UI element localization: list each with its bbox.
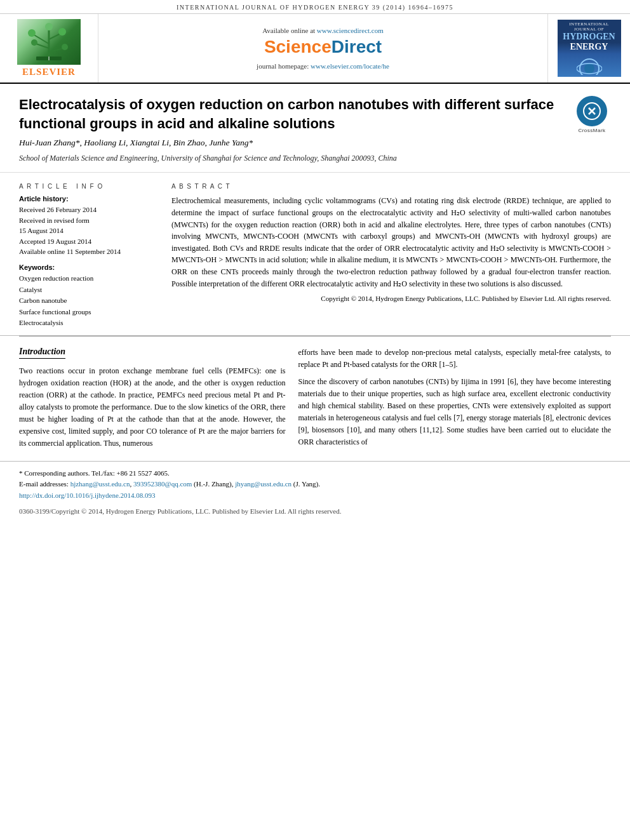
keywords-label: Keywords: bbox=[19, 263, 159, 271]
keyword-1: Oxygen reduction reaction bbox=[19, 273, 159, 284]
email-link-3[interactable]: jhyang@usst.edu.cn bbox=[235, 480, 292, 488]
sciencedirect-url[interactable]: www.sciencedirect.com bbox=[317, 27, 384, 34]
journal-cover-section: International Journal of HYDROGEN ENERGY bbox=[547, 14, 630, 83]
journal-header-text: International Journal of Hydrogen Energy… bbox=[177, 4, 453, 11]
email-link-2[interactable]: 393952380@qq.com bbox=[133, 480, 192, 488]
abstract-label: A B S T R A C T bbox=[171, 183, 611, 190]
keyword-4: Surface functional groups bbox=[19, 307, 159, 318]
received-date: Received 26 February 2014 bbox=[19, 204, 159, 215]
doi-url[interactable]: http://dx.doi.org/10.1016/j.ijhydene.201… bbox=[19, 491, 156, 499]
body-content: Introduction Two reactions occur in prot… bbox=[0, 337, 630, 461]
copyright-text: Copyright © 2014, Hydrogen Energy Public… bbox=[171, 293, 611, 304]
doi-link: http://dx.doi.org/10.1016/j.ijhydene.201… bbox=[19, 490, 611, 502]
body-left-column: Introduction Two reactions occur in prot… bbox=[19, 347, 286, 455]
crossmark-circle bbox=[577, 96, 607, 126]
authors: Hui-Juan Zhang*, Haoliang Li, Xiangtai L… bbox=[19, 137, 611, 149]
banner-center: Available online at www.sciencedirect.co… bbox=[98, 14, 547, 83]
svg-point-7 bbox=[58, 28, 66, 36]
svg-point-6 bbox=[28, 29, 36, 37]
introduction-heading: Introduction bbox=[19, 347, 65, 359]
journal-cover: International Journal of HYDROGEN ENERGY bbox=[558, 20, 621, 77]
keywords-section: Keywords: Oxygen reduction reaction Cata… bbox=[19, 263, 159, 329]
keyword-3: Carbon nanotube bbox=[19, 295, 159, 307]
available-online-date: Available online 11 September 2014 bbox=[19, 246, 159, 257]
elsevier-text: ELSEVIER bbox=[22, 67, 76, 77]
abstract-column: A B S T R A C T Electrochemical measurem… bbox=[171, 179, 611, 328]
cover-energy-text: ENERGY bbox=[570, 42, 608, 52]
svg-point-14 bbox=[584, 63, 594, 74]
revised-date: 15 August 2014 bbox=[19, 225, 159, 236]
crossmark-icon bbox=[582, 102, 601, 121]
svg-point-10 bbox=[45, 23, 53, 30]
article-title-section: Electrocatalysis of oxygen reduction on … bbox=[0, 84, 630, 173]
email-line: E-mail addresses: hjzhang@usst.edu.cn, 3… bbox=[19, 479, 611, 490]
history-label: Article history: bbox=[19, 195, 159, 203]
email-link-1[interactable]: hjzhang@usst.edu.cn bbox=[70, 480, 130, 488]
body-right-column: efforts have been made to develop non-pr… bbox=[298, 347, 611, 455]
journal-header: International Journal of Hydrogen Energy… bbox=[0, 0, 630, 14]
accepted-date: Accepted 19 August 2014 bbox=[19, 236, 159, 247]
affiliation: School of Materials Science and Engineer… bbox=[19, 153, 611, 164]
title-row: Electrocatalysis of oxygen reduction on … bbox=[19, 95, 611, 133]
crossmark-label: CrossMark bbox=[578, 128, 605, 133]
elsevier-tree-logo bbox=[17, 19, 81, 65]
svg-point-9 bbox=[62, 44, 68, 50]
available-online: Available online at www.sciencedirect.co… bbox=[262, 27, 384, 34]
abstract-text: Electrochemical measurements, including … bbox=[171, 195, 611, 304]
article-main-title: Electrocatalysis of oxygen reduction on … bbox=[19, 95, 611, 133]
intro-text-left: Two reactions occur in proton exchange m… bbox=[19, 365, 286, 450]
keyword-5: Electrocatalysis bbox=[19, 317, 159, 329]
article-info-label: A R T I C L E I N F O bbox=[19, 183, 159, 190]
intro-text-right: efforts have been made to develop non-pr… bbox=[298, 347, 611, 448]
svg-point-8 bbox=[31, 39, 37, 46]
article-info-abstract: A R T I C L E I N F O Article history: R… bbox=[0, 173, 630, 335]
keyword-2: Catalyst bbox=[19, 284, 159, 296]
sciencedirect-logo-text: ScienceDirect bbox=[264, 37, 382, 57]
corresponding-authors: * Corresponding authors. Tel./fax: +86 2… bbox=[19, 468, 611, 479]
crossmark-badge-container[interactable]: CrossMark bbox=[573, 95, 611, 133]
svg-line-4 bbox=[36, 44, 49, 48]
article-history: Article history: Received 26 February 20… bbox=[19, 195, 159, 257]
journal-homepage-url[interactable]: www.elsevier.com/locate/he bbox=[311, 62, 389, 70]
svg-line-5 bbox=[49, 48, 64, 52]
article-info-column: A R T I C L E I N F O Article history: R… bbox=[19, 179, 159, 328]
issn-footer: 0360-3199/Copyright © 2014, Hydrogen Ene… bbox=[0, 505, 630, 517]
banner: ELSEVIER Available online at www.science… bbox=[0, 14, 630, 84]
cover-graphic bbox=[577, 56, 602, 75]
crossmark: CrossMark bbox=[577, 96, 607, 133]
received-revised-label: Received in revised form bbox=[19, 215, 159, 226]
footnotes: * Corresponding authors. Tel./fax: +86 2… bbox=[0, 461, 630, 505]
elsevier-logo-section: ELSEVIER bbox=[0, 14, 98, 83]
elsevier-logo: ELSEVIER bbox=[17, 19, 81, 77]
cover-hydrogen-text: HYDROGEN bbox=[563, 32, 615, 41]
cover-intl-text: International Journal of bbox=[560, 22, 619, 32]
journal-homepage: journal homepage: www.elsevier.com/locat… bbox=[257, 62, 389, 70]
